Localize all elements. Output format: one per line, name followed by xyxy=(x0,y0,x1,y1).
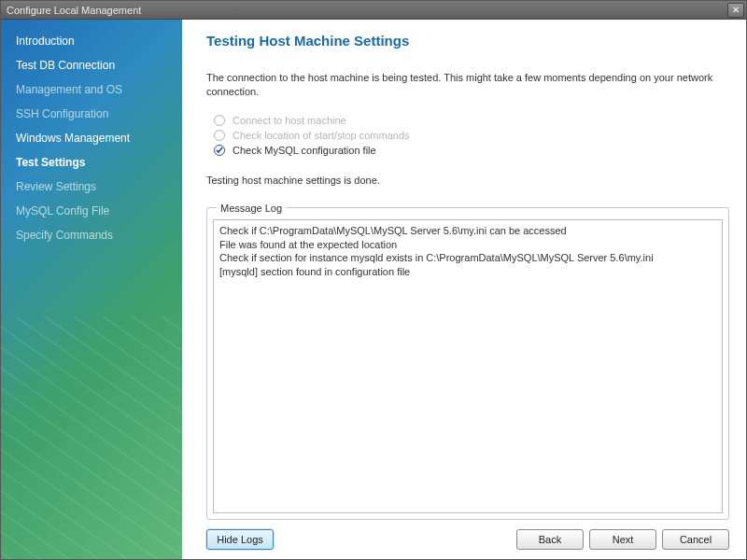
left-buttons: Hide Logs xyxy=(206,529,274,550)
check-item-start-stop: Check location of start/stop commands xyxy=(214,130,729,141)
message-log-group: Message Log Check if C:\ProgramData\MySQ… xyxy=(206,203,729,520)
sidebar-item-ssh-configuration[interactable]: SSH Configuration xyxy=(1,102,182,126)
sidebar-item-specify-commands[interactable]: Specify Commands xyxy=(1,223,182,247)
message-log-textarea[interactable]: Check if C:\ProgramData\MySQL\MySQL Serv… xyxy=(213,219,723,513)
status-text: Testing host machine settings is done. xyxy=(206,175,729,186)
window-title: Configure Local Management xyxy=(7,5,141,16)
nav-list: Introduction Test DB Connection Manageme… xyxy=(1,20,182,257)
sidebar: Introduction Test DB Connection Manageme… xyxy=(1,20,182,559)
sidebar-item-management-and-os[interactable]: Management and OS xyxy=(1,77,182,102)
intro-text: The connection to the host machine is be… xyxy=(206,71,729,100)
close-button[interactable]: ✕ xyxy=(727,3,744,18)
sidebar-item-review-settings[interactable]: Review Settings xyxy=(1,175,182,199)
sidebar-item-windows-management[interactable]: Windows Management xyxy=(1,126,182,150)
sidebar-item-test-db-connection[interactable]: Test DB Connection xyxy=(1,53,182,77)
page-title: Testing Host Machine Settings xyxy=(206,33,729,49)
hide-logs-button[interactable]: Hide Logs xyxy=(206,529,274,550)
close-icon: ✕ xyxy=(732,5,740,15)
sidebar-item-test-settings[interactable]: Test Settings xyxy=(1,150,182,175)
next-button[interactable]: Next xyxy=(589,529,656,550)
dialog-window: Configure Local Management ✕ Introductio… xyxy=(0,0,747,560)
checkmark-icon xyxy=(214,145,225,156)
back-button[interactable]: Back xyxy=(516,529,584,550)
main-panel: Testing Host Machine Settings The connec… xyxy=(182,20,746,559)
dialog-body: Introduction Test DB Connection Manageme… xyxy=(1,20,746,559)
cancel-button[interactable]: Cancel xyxy=(662,529,729,550)
circle-icon xyxy=(214,115,225,126)
sidebar-item-introduction[interactable]: Introduction xyxy=(1,29,182,53)
check-label: Check location of start/stop commands xyxy=(233,130,410,141)
check-label: Check MySQL configuration file xyxy=(233,145,376,156)
check-label: Connect to host machine xyxy=(233,115,346,126)
right-buttons: Back Next Cancel xyxy=(516,529,729,550)
sidebar-item-mysql-config-file[interactable]: MySQL Config File xyxy=(1,199,182,223)
check-item-mysql-config: Check MySQL configuration file xyxy=(214,145,729,156)
titlebar[interactable]: Configure Local Management ✕ xyxy=(1,1,746,20)
message-log-legend: Message Log xyxy=(217,203,286,214)
circle-icon xyxy=(214,130,225,141)
button-row: Hide Logs Back Next Cancel xyxy=(206,520,729,552)
check-item-connect-host: Connect to host machine xyxy=(214,115,729,126)
check-list: Connect to host machine Check location o… xyxy=(214,115,729,160)
